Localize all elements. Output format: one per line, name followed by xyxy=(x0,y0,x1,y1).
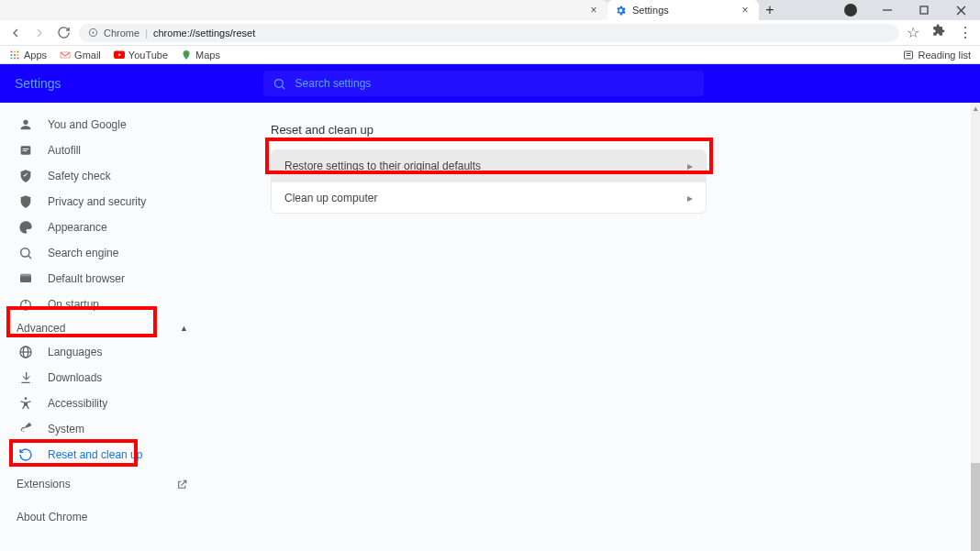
close-icon[interactable]: × xyxy=(739,4,752,17)
sidebar-item-autofill[interactable]: Autofill xyxy=(0,138,206,163)
svg-point-25 xyxy=(21,248,29,257)
svg-point-13 xyxy=(14,57,16,59)
scrollbar-thumb[interactable] xyxy=(971,463,980,551)
menu-icon[interactable]: ⋮ xyxy=(958,24,973,41)
sidebar-item-accessibility[interactable]: Accessibility xyxy=(0,391,206,416)
settings-card: Restore settings to their original defau… xyxy=(271,149,707,214)
extensions-icon[interactable] xyxy=(932,24,945,37)
svg-rect-24 xyxy=(23,150,28,151)
sidebar-label: Extensions xyxy=(17,478,71,490)
bookmark-label: YouTube xyxy=(128,50,168,61)
tab-label: Settings xyxy=(632,5,669,16)
reload-button[interactable] xyxy=(55,25,72,41)
sidebar-item-search-engine[interactable]: Search engine xyxy=(0,240,206,266)
sidebar-label: Downloads xyxy=(48,371,102,384)
address-bar[interactable]: Chrome | chrome://settings/reset xyxy=(79,24,899,42)
close-window-button[interactable] xyxy=(954,4,967,17)
sidebar-about[interactable]: About Chrome xyxy=(0,501,206,534)
sidebar-item-you-google[interactable]: You and Google xyxy=(0,112,206,138)
sidebar-label: System xyxy=(48,423,84,435)
scrollbar-track[interactable] xyxy=(971,114,980,470)
svg-point-12 xyxy=(11,57,13,59)
addr-separator: | xyxy=(145,28,148,39)
sidebar-label: Safety check xyxy=(48,170,111,182)
minimize-button[interactable] xyxy=(881,4,894,17)
reading-list[interactable]: Reading list xyxy=(903,50,971,61)
bookmark-gmail[interactable]: Gmail xyxy=(60,50,101,61)
apps-icon xyxy=(9,50,20,61)
sidebar-item-languages[interactable]: Languages xyxy=(0,339,206,365)
maps-icon xyxy=(181,50,192,61)
svg-point-5 xyxy=(93,32,95,34)
section-title: Reset and clean up xyxy=(271,123,980,137)
content: You and Google Autofill Safety check Pri… xyxy=(0,103,980,551)
tab-settings[interactable]: Settings × xyxy=(607,0,759,20)
sidebar-label: Search engine xyxy=(48,247,118,259)
star-icon[interactable]: ☆ xyxy=(907,24,919,41)
bookmark-maps[interactable]: Maps xyxy=(181,50,220,61)
svg-point-8 xyxy=(17,50,19,52)
reading-list-label: Reading list xyxy=(919,50,971,61)
svg-point-6 xyxy=(11,50,13,52)
addr-path: chrome://settings/reset xyxy=(153,28,255,39)
sidebar-label: Languages xyxy=(48,346,102,358)
window-controls xyxy=(831,4,980,17)
sidebar-item-privacy[interactable]: Privacy and security xyxy=(0,189,206,215)
sidebar-label: Reset and clean up xyxy=(48,448,142,461)
sidebar-label: Advanced xyxy=(17,322,65,335)
svg-point-10 xyxy=(14,54,16,56)
lock-icon xyxy=(88,28,98,38)
svg-line-26 xyxy=(28,256,31,259)
settings-header: Settings xyxy=(0,64,980,103)
account-icon[interactable] xyxy=(844,4,857,17)
sidebar: You and Google Autofill Safety check Pri… xyxy=(0,103,206,551)
tab-blank[interactable]: × xyxy=(0,0,607,20)
sidebar-item-reset[interactable]: Reset and clean up xyxy=(0,442,206,468)
search-icon xyxy=(273,77,286,91)
new-tab-button[interactable]: + xyxy=(759,0,781,21)
back-button[interactable] xyxy=(7,25,24,41)
svg-line-21 xyxy=(282,86,284,89)
page-title: Settings xyxy=(15,76,61,91)
youtube-icon xyxy=(114,50,125,61)
scrollbar[interactable]: ▴ xyxy=(971,103,980,551)
tab-strip: × Settings × + xyxy=(0,0,980,20)
close-icon[interactable]: × xyxy=(587,4,600,17)
sidebar-advanced-toggle[interactable]: Advanced ▲ xyxy=(0,317,206,339)
sidebar-label: On startup xyxy=(48,298,99,311)
forward-button[interactable] xyxy=(31,25,48,41)
svg-point-9 xyxy=(11,54,13,56)
sidebar-label: Accessibility xyxy=(48,397,107,410)
svg-point-7 xyxy=(14,50,16,52)
sidebar-label: You and Google xyxy=(48,118,127,131)
sidebar-item-downloads[interactable]: Downloads xyxy=(0,365,206,391)
row-cleanup-computer[interactable]: Clean up computer ▸ xyxy=(272,182,706,213)
svg-rect-1 xyxy=(920,6,928,14)
toolbar: Chrome | chrome://settings/reset ☆ ⋮ xyxy=(0,20,980,46)
search-input[interactable] xyxy=(295,77,695,90)
bookmark-youtube[interactable]: YouTube xyxy=(114,50,168,61)
svg-point-14 xyxy=(17,57,19,59)
svg-rect-23 xyxy=(23,149,29,149)
gmail-icon xyxy=(60,50,71,61)
bookmarks-bar: Apps Gmail YouTube Maps Reading list xyxy=(0,46,980,64)
row-restore-defaults[interactable]: Restore settings to their original defau… xyxy=(272,150,706,182)
search-settings[interactable] xyxy=(263,71,704,96)
sidebar-item-system[interactable]: System xyxy=(0,416,206,442)
bookmark-apps[interactable]: Apps xyxy=(9,50,47,61)
gear-icon xyxy=(615,5,627,17)
reading-list-icon xyxy=(903,50,914,61)
main-panel: Reset and clean up Restore settings to t… xyxy=(206,103,980,551)
maximize-button[interactable] xyxy=(918,4,930,17)
sidebar-item-appearance[interactable]: Appearance xyxy=(0,215,206,240)
sidebar-extensions[interactable]: Extensions xyxy=(0,468,206,501)
sidebar-item-safety[interactable]: Safety check xyxy=(0,163,206,189)
sidebar-label: Default browser xyxy=(48,272,125,285)
chevron-right-icon: ▸ xyxy=(687,192,693,204)
scroll-up-icon[interactable]: ▴ xyxy=(971,103,980,114)
sidebar-item-startup[interactable]: On startup xyxy=(0,292,206,317)
sidebar-item-default-browser[interactable]: Default browser xyxy=(0,266,206,292)
sidebar-label: Privacy and security xyxy=(48,195,146,208)
sidebar-label: Autofill xyxy=(48,144,81,157)
svg-point-11 xyxy=(17,54,19,56)
